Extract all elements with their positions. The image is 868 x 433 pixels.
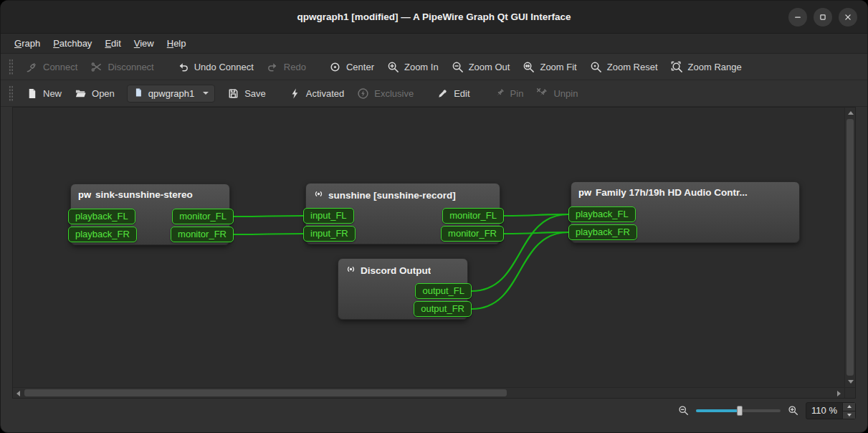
arrow-down-icon (847, 414, 852, 417)
save-button[interactable]: Save (221, 84, 272, 103)
connect-button[interactable]: Connect (19, 57, 84, 77)
connection-wire[interactable] (234, 216, 303, 217)
undo-connect-button[interactable]: Undo Connect (171, 57, 260, 77)
scroll-down-button[interactable] (845, 376, 856, 387)
unpin-button[interactable]: Unpin (530, 84, 584, 103)
toolbar-drag-handle[interactable] (9, 59, 13, 75)
redo-label: Redo (284, 62, 306, 72)
menu-patchbay-accel: P (53, 38, 59, 49)
scroll-right-button[interactable] (834, 388, 844, 399)
arrow-up-icon (847, 405, 852, 408)
new-button[interactable]: New (19, 84, 68, 103)
titlebar[interactable]: qpwgraph1 [modified] — A PipeWire Graph … (1, 1, 867, 34)
zoom-out-button[interactable]: Zoom Out (445, 57, 517, 77)
spin-up-button[interactable] (843, 403, 855, 411)
undo-label: Undo Connect (194, 62, 254, 72)
menu-graph[interactable]: Graph (8, 35, 47, 52)
activated-bolt-icon (289, 87, 301, 100)
zoom-in-icon[interactable] (788, 405, 798, 416)
statusbar: 110 % (1, 399, 867, 432)
scroll-up-button[interactable] (845, 108, 856, 118)
pin-button[interactable]: Pin (487, 84, 530, 103)
zoom-in-icon (387, 61, 399, 73)
graph-view: pw sink-sunshine-stereo playback_FL play… (12, 107, 856, 399)
activated-label: Activated (306, 88, 344, 99)
zoom-reset-icon (590, 61, 602, 73)
save-label: Save (244, 88, 266, 99)
open-label: Open (92, 88, 115, 99)
close-button[interactable] (839, 8, 857, 27)
menu-graph-rest: raph (22, 38, 40, 49)
unpin-icon (536, 87, 548, 100)
zoom-out-icon[interactable] (678, 405, 689, 416)
scroll-left-button[interactable] (13, 388, 24, 399)
zoom-out-icon (452, 61, 464, 73)
vertical-scrollbar[interactable] (844, 108, 855, 387)
zoom-in-button[interactable]: Zoom In (381, 57, 445, 77)
zoom-fit-button[interactable]: Zoom Fit (516, 57, 583, 77)
vertical-scrollbar-thumb[interactable] (846, 119, 854, 376)
menu-patchbay[interactable]: Patchbay (47, 35, 98, 52)
maximize-button[interactable] (814, 8, 832, 27)
zoom-range-button[interactable]: Zoom Range (664, 57, 748, 77)
zoom-fit-label: Zoom Fit (540, 62, 576, 72)
toolbar-drag-handle[interactable] (9, 85, 13, 101)
disconnect-button[interactable]: Disconnect (84, 57, 160, 77)
maximize-icon (818, 12, 828, 22)
activated-button[interactable]: Activated (282, 84, 350, 103)
menu-view-rest: iew (140, 38, 154, 49)
save-icon (227, 87, 239, 100)
zoom-fit-icon (523, 61, 535, 73)
zoom-reset-button[interactable]: Zoom Reset (583, 57, 664, 77)
window-controls (788, 8, 857, 27)
zoom-out-label: Zoom Out (469, 62, 510, 72)
disconnect-label: Disconnect (108, 62, 153, 72)
connection-wire[interactable] (472, 214, 568, 291)
horizontal-scrollbar[interactable] (13, 387, 844, 398)
spin-buttons (842, 403, 855, 419)
menu-view[interactable]: View (128, 35, 161, 52)
graph-toolbar: Connect Disconnect Undo Connect Redo Cen… (1, 54, 867, 80)
redo-button[interactable]: Redo (260, 57, 313, 77)
app-window: qpwgraph1 [modified] — A PipeWire Graph … (0, 0, 868, 433)
menu-view-accel: V (134, 38, 140, 49)
patchbay-toolbar: New Open qpwgraph1 Save Activated Exclus… (1, 80, 867, 107)
menu-help[interactable]: Help (161, 35, 193, 52)
menu-edit[interactable]: Edit (98, 35, 127, 52)
patchbay-select-value: qpwgraph1 (148, 88, 194, 99)
arrow-left-icon (16, 391, 20, 396)
exclusive-button[interactable]: Exclusive (350, 84, 420, 103)
connection-wire[interactable] (234, 234, 303, 234)
redo-icon (267, 61, 279, 73)
horizontal-scrollbar-thumb[interactable] (24, 389, 507, 396)
patchbay-select[interactable]: qpwgraph1 (127, 85, 215, 103)
menu-help-rest: elp (173, 38, 186, 49)
minimize-button[interactable] (788, 8, 807, 27)
scrollbar-corner (844, 387, 855, 398)
undo-icon (177, 61, 189, 73)
graph-area[interactable]: pw sink-sunshine-stereo playback_FL play… (13, 108, 844, 387)
center-button[interactable]: Center (323, 57, 381, 77)
connection-wire[interactable] (472, 232, 568, 309)
zoom-slider-handle[interactable] (737, 406, 743, 416)
open-button[interactable]: Open (68, 84, 121, 103)
edit-label: Edit (454, 88, 469, 99)
zoom-slider-fill (696, 409, 740, 412)
zoom-value: 110 % (806, 405, 842, 416)
menu-edit-accel: E (105, 38, 111, 49)
menu-help-accel: H (167, 38, 173, 49)
new-label: New (43, 88, 62, 99)
pin-label: Pin (510, 88, 524, 99)
center-label: Center (346, 62, 374, 72)
spin-down-button[interactable] (843, 411, 855, 419)
zoom-slider[interactable] (696, 405, 781, 417)
menu-edit-rest: dit (111, 38, 121, 49)
unpin-label: Unpin (553, 88, 578, 99)
zoom-spinbox[interactable]: 110 % (806, 402, 856, 419)
window-title: qpwgraph1 [modified] — A PipeWire Graph … (297, 11, 571, 22)
edit-button[interactable]: Edit (430, 84, 476, 103)
menu-patchbay-rest: atchbay (59, 38, 92, 49)
arrow-down-icon (848, 380, 854, 384)
open-folder-icon (75, 87, 87, 100)
edit-pencil-icon (437, 87, 449, 100)
